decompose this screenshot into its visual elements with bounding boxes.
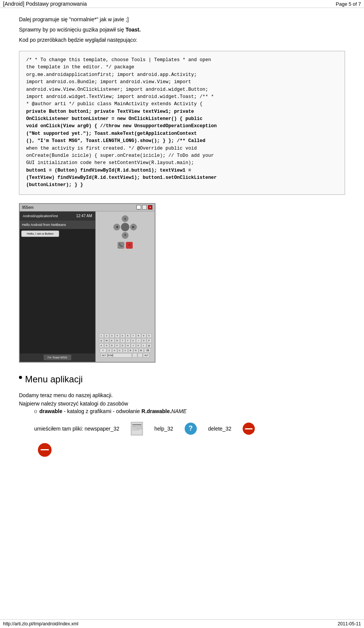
phone-hello-button[interactable]: Hello, I am a Button bbox=[21, 230, 59, 237]
close-button[interactable]: ✕ bbox=[148, 205, 152, 210]
page-number: Page 5 of 7 bbox=[336, 1, 361, 7]
kb-spec1[interactable]: @ bbox=[147, 343, 152, 348]
drawable-bold: drawable bbox=[39, 408, 63, 414]
minus-svg-inline bbox=[245, 428, 253, 429]
screenshot-titlebar: 955em _ □ ✕ bbox=[20, 204, 155, 211]
kb-alt[interactable]: ALT bbox=[100, 353, 107, 358]
keyboard-sim: 1 2 3 4 5 6 7 8 9 0 Q bbox=[97, 333, 153, 358]
intro-toast-bold: Toast. bbox=[126, 27, 141, 33]
kb-e[interactable]: E bbox=[110, 338, 115, 343]
kb-z[interactable]: Z bbox=[107, 348, 112, 353]
dpad-right[interactable]: ▶ bbox=[130, 224, 137, 230]
red-minus-icon bbox=[38, 443, 52, 457]
phone-area: AndroidApplicationFirst 12:47 AM Hello A… bbox=[20, 211, 155, 362]
kb-v[interactable]: V bbox=[123, 348, 128, 353]
kb-1[interactable]: 1 bbox=[99, 333, 104, 338]
kb-row-1: 1 2 3 4 5 6 7 8 9 0 bbox=[97, 333, 153, 338]
minus-icon-container bbox=[38, 443, 345, 457]
kb-n[interactable]: N bbox=[133, 348, 138, 353]
dpad-area: ▲ ◀ ▶ ▼ 📞 ✕ bbox=[113, 215, 137, 249]
svg-rect-6 bbox=[138, 426, 141, 429]
kb-space[interactable] bbox=[113, 353, 132, 358]
kb-6[interactable]: 6 bbox=[126, 333, 130, 338]
kb-enter[interactable]: ALT bbox=[143, 353, 150, 358]
kb-8[interactable]: 8 bbox=[136, 333, 141, 338]
kb-7[interactable]: 7 bbox=[131, 333, 136, 338]
kb-row-5: ALT SYM , . ALT bbox=[97, 353, 153, 358]
dpad-center[interactable] bbox=[121, 223, 129, 231]
kb-a[interactable]: A bbox=[99, 343, 104, 348]
phone-content-area: Hello, I am a Button bbox=[20, 229, 95, 353]
menu-para1: Dodamy teraz menu do naszej aplikacji. bbox=[19, 392, 345, 398]
kb-f[interactable]: F bbox=[115, 343, 120, 348]
kb-l[interactable]: L bbox=[141, 343, 146, 348]
dpad-down[interactable]: ▼ bbox=[122, 232, 129, 239]
kb-x[interactable]: X bbox=[112, 348, 117, 353]
screenshot-title: 955em bbox=[22, 205, 34, 210]
kb-5[interactable]: 5 bbox=[120, 333, 125, 338]
kb-w[interactable]: W bbox=[104, 338, 109, 343]
kb-row-2: Q W E R T Y U I O P bbox=[97, 338, 153, 343]
svg-rect-8 bbox=[41, 449, 49, 450]
kb-9[interactable]: 9 bbox=[141, 333, 146, 338]
kb-comma[interactable]: , bbox=[132, 353, 137, 358]
kb-k[interactable]: K bbox=[136, 343, 141, 348]
kb-row-4: ⇧ Z X C V B N M ⌫ bbox=[97, 348, 153, 353]
kb-s[interactable]: S bbox=[104, 343, 109, 348]
kb-q[interactable]: Q bbox=[99, 338, 104, 343]
phone-controls-right: ▲ ◀ ▶ ▼ 📞 ✕ bbox=[96, 211, 155, 362]
help-icon: ? bbox=[185, 423, 197, 435]
sub-list: o drawable - katalog z grafikami - odwoł… bbox=[34, 408, 345, 414]
intro-section: Dalej programuje się "normalnie*" jak w … bbox=[19, 16, 345, 44]
dpad-up[interactable]: ▲ bbox=[122, 215, 129, 222]
kb-t[interactable]: T bbox=[120, 338, 125, 343]
kb-g[interactable]: G bbox=[120, 343, 125, 348]
kb-b[interactable]: B bbox=[128, 348, 133, 353]
kb-shift[interactable]: ⇧ bbox=[100, 348, 107, 353]
footer-date: 2011-05-11 bbox=[338, 621, 361, 626]
kb-p[interactable]: P bbox=[147, 338, 152, 343]
minus-svg bbox=[41, 449, 49, 451]
maximize-button[interactable]: □ bbox=[142, 205, 147, 210]
section-heading-row: Menu aplikacji bbox=[19, 374, 345, 390]
svg-rect-5 bbox=[132, 430, 139, 430]
dpad-left[interactable]: ◀ bbox=[113, 224, 120, 230]
kb-period[interactable]: . bbox=[138, 353, 143, 358]
kb-c[interactable]: C bbox=[118, 348, 122, 353]
kb-4[interactable]: 4 bbox=[115, 333, 120, 338]
kb-h[interactable]: H bbox=[126, 343, 130, 348]
kb-del[interactable]: ⌫ bbox=[144, 348, 151, 353]
kb-r[interactable]: R bbox=[115, 338, 120, 343]
kb-d[interactable]: D bbox=[110, 343, 115, 348]
screenshot-container: 955em _ □ ✕ AndroidApplicationFirst 12:4… bbox=[19, 203, 345, 363]
kb-3[interactable]: 3 bbox=[110, 333, 115, 338]
kb-y[interactable]: Y bbox=[126, 338, 130, 343]
svg-rect-2 bbox=[132, 426, 137, 427]
kb-0[interactable]: 0 bbox=[147, 333, 152, 338]
name-italic: NAME bbox=[171, 408, 187, 414]
kb-o[interactable]: O bbox=[141, 338, 146, 343]
menu-section-heading: Menu aplikacji bbox=[25, 374, 83, 385]
rdrawable-bold: R.drawable. bbox=[141, 408, 171, 414]
window-controls: _ □ ✕ bbox=[136, 205, 152, 210]
btn-end[interactable]: ✕ bbox=[126, 242, 133, 249]
code-normal-1: /* * To change this template, choose Too… bbox=[26, 57, 214, 107]
kb-u[interactable]: U bbox=[131, 338, 136, 343]
kb-2[interactable]: 2 bbox=[104, 333, 109, 338]
kb-m[interactable]: M bbox=[139, 348, 144, 353]
kb-j[interactable]: J bbox=[131, 343, 136, 348]
code-bold-2: button1 = (Button) findViewById(R.id.but… bbox=[26, 168, 217, 188]
minimize-button[interactable]: _ bbox=[136, 205, 141, 210]
kb-sym[interactable]: SYM bbox=[108, 353, 113, 358]
kb-i[interactable]: I bbox=[136, 338, 141, 343]
drawable-text: drawable - katalog z grafikami - odwołan… bbox=[39, 408, 187, 414]
btn-call[interactable]: 📞 bbox=[118, 242, 124, 249]
page-footer: http://arti.zlo.pl/tmp/android/index.xml… bbox=[0, 619, 364, 628]
code-block: /* * To change this template, choose Too… bbox=[19, 51, 345, 195]
files-row: umieściłem tam pliki: newspaper_32 help_… bbox=[34, 422, 345, 435]
dpad-row-top: ▲ bbox=[122, 215, 129, 222]
phone-toast-button[interactable]: I'm Toast MSG bbox=[44, 355, 71, 360]
svg-rect-7 bbox=[245, 428, 253, 429]
code-bold-1: private Button button1; private TextView… bbox=[26, 109, 217, 144]
phone-app-bar: Hello Android from NetBeans bbox=[20, 221, 95, 229]
